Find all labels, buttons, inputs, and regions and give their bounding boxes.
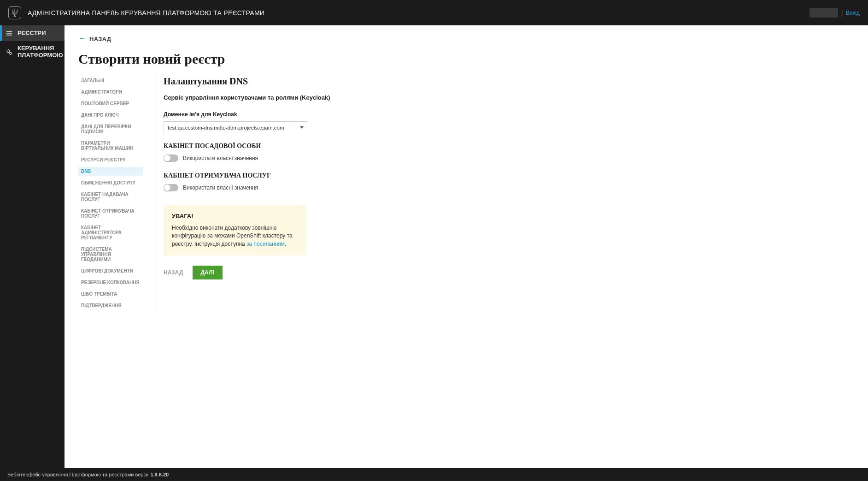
- main-content: ← НАЗАД Створити новий реєстр ЗАГАЛЬНІ А…: [65, 25, 868, 468]
- svg-point-4: [10, 53, 12, 54]
- sidebar-item-label: РЕЄСТРИ: [18, 30, 46, 37]
- step-key-data[interactable]: ДАНІ ПРО КЛЮЧ: [78, 111, 143, 119]
- step-admins[interactable]: АДМІНІСТРАТОРИ: [78, 88, 143, 96]
- step-vm-params[interactable]: ПАРАМЕТРИ ВІРТУАЛЬНИХ МАШИН: [78, 139, 143, 153]
- header-left: АДМІНІСТРАТИВНА ПАНЕЛЬ КЕРУВАННЯ ПЛАТФОР…: [8, 6, 264, 19]
- step-backups[interactable]: РЕЗЕРВНЕ КОПІЮВАННЯ: [78, 278, 143, 287]
- back-link[interactable]: ← НАЗАД: [78, 35, 854, 43]
- footer-version: 1.9.8.20: [150, 472, 169, 477]
- ukraine-trident-icon: [8, 6, 21, 19]
- officer-cabinet-title: КАБІНЕТ ПОСАДОВОЇ ОСОБИ: [164, 143, 378, 150]
- settings-cloud-icon: [6, 48, 13, 56]
- step-geo-subsystem[interactable]: ПІДСИСТЕМА УПРАВЛІННЯ ГЕОДАНИМИ: [78, 245, 143, 264]
- officer-custom-toggle-label: Використати власні значення: [183, 155, 258, 161]
- sidebar-item-platform-management[interactable]: КЕРУВАННЯ ПЛАТФОРМОЮ: [0, 41, 65, 63]
- next-button[interactable]: ДАЛІ: [193, 266, 223, 279]
- notice-title: УВАГА!: [172, 213, 298, 220]
- step-general[interactable]: ЗАГАЛЬНІ: [78, 76, 143, 85]
- step-citizen-cabinet[interactable]: КАБІНЕТ ОТРИМУВАЧА ПОСЛУГ: [78, 207, 143, 220]
- app-title: АДМІНІСТРАТИВНА ПАНЕЛЬ КЕРУВАННЯ ПЛАТФОР…: [28, 9, 264, 17]
- form-actions: НАЗАД ДАЛІ: [164, 266, 378, 279]
- body: РЕЄСТРИ КЕРУВАННЯ ПЛАТФОРМОЮ ← НАЗАД Ств…: [0, 25, 868, 468]
- step-dns[interactable]: DNS: [78, 167, 143, 176]
- app-header: АДМІНІСТРАТИВНА ПАНЕЛЬ КЕРУВАННЯ ПЛАТФОР…: [0, 0, 868, 25]
- back-button[interactable]: НАЗАД: [164, 266, 183, 279]
- notice-body: Необхідно виконати додаткову зовнішню ко…: [172, 224, 298, 248]
- list-icon: [6, 30, 13, 37]
- section-title: Налаштування DNS: [164, 76, 378, 87]
- citizen-custom-toggle[interactable]: [164, 184, 178, 191]
- content-columns: ЗАГАЛЬНІ АДМІНІСТРАТОРИ ПОШТОВИЙ СЕРВЕР …: [78, 76, 854, 313]
- footer: Вебінтерфейс управління Платформою та ре…: [0, 468, 868, 481]
- footer-text: Вебінтерфейс управління Платформою та ре…: [7, 472, 148, 477]
- warning-notice: УВАГА! Необхідно виконати додаткову зовн…: [164, 205, 306, 255]
- step-digital-documents[interactable]: ЦИФРОВІ ДОКУМЕНТИ: [78, 267, 143, 275]
- keycloak-domain-select[interactable]: test.qa.custom-dns.mdtu-ddm.projects.epa…: [164, 121, 307, 134]
- step-mail-server[interactable]: ПОШТОВИЙ СЕРВЕР: [78, 99, 143, 108]
- toggle-knob-icon: [164, 155, 170, 161]
- domain-label: Доменне ім'я для Keycloak: [164, 111, 378, 118]
- step-trembita[interactable]: ШБО ТРЕМБІТА: [78, 290, 143, 298]
- sidebar-item-registries[interactable]: РЕЄСТРИ: [0, 25, 65, 41]
- step-regulation-admin-cabinet[interactable]: КАБІНЕТ АДМІНІСТРАТОРА РЕГЛАМЕНТУ: [78, 223, 143, 242]
- wizard-steps: ЗАГАЛЬНІ АДМІНІСТРАТОРИ ПОШТОВИЙ СЕРВЕР …: [78, 76, 143, 313]
- instructions-link[interactable]: за посиланням: [246, 241, 285, 247]
- step-officer-cabinet[interactable]: КАБІНЕТ НАДАВАЧА ПОСЛУГ: [78, 190, 143, 204]
- dns-form: Налаштування DNS Сервіс управління корис…: [157, 76, 378, 313]
- back-label: НАЗАД: [89, 36, 111, 42]
- keycloak-subtitle: Сервіс управління користувачами та ролям…: [164, 94, 378, 101]
- notice-text-2: .: [285, 241, 286, 247]
- logout-link[interactable]: Вихід: [846, 10, 860, 16]
- sidebar-item-label: КЕРУВАННЯ ПЛАТФОРМОЮ: [18, 45, 63, 59]
- citizen-cabinet-title: КАБІНЕТ ОТРИМУВАЧА ПОСЛУГ: [164, 172, 378, 179]
- header-right: | Вихід: [809, 8, 860, 18]
- step-confirmation[interactable]: ПІДТВЕРДЖЕННЯ: [78, 301, 143, 310]
- officer-custom-toggle-row: Використати власні значення: [164, 154, 378, 162]
- citizen-custom-toggle-label: Використати власні значення: [183, 184, 258, 191]
- toggle-knob-icon: [164, 184, 170, 191]
- sidebar: РЕЄСТРИ КЕРУВАННЯ ПЛАТФОРМОЮ: [0, 25, 65, 468]
- citizen-custom-toggle-row: Використати власні значення: [164, 184, 378, 191]
- user-badge[interactable]: [809, 8, 838, 18]
- page-title: Створити новий реєстр: [78, 51, 854, 67]
- arrow-left-icon: ←: [78, 34, 86, 42]
- step-access-limits[interactable]: ОБМЕЖЕННЯ ДОСТУПУ: [78, 178, 143, 187]
- step-signature-check[interactable]: ДАНІ ДЛЯ ПЕРЕВІРКИ ПІДПИСІВ: [78, 122, 143, 136]
- officer-custom-toggle[interactable]: [164, 154, 178, 162]
- svg-point-3: [7, 50, 10, 53]
- step-registry-resources[interactable]: РЕСУРСИ РЕЄСТРУ: [78, 155, 143, 164]
- keycloak-domain-select-wrap: test.qa.custom-dns.mdtu-ddm.projects.epa…: [164, 121, 307, 134]
